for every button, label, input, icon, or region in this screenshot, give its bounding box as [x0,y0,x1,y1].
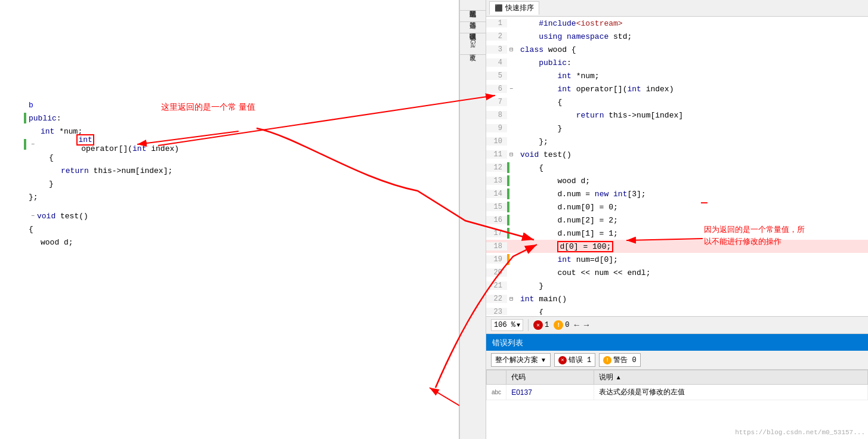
code-line-10: 10 }; [486,135,868,148]
code-line-close-brace1: } [0,177,459,190]
code-line-5: 5 int *num; [486,69,868,82]
warning-count[interactable]: ! 警告 0 [599,353,640,367]
code-line-7: 7 { [486,95,868,109]
code-line-11: 11 ⊟ void test() [486,148,868,161]
warning-badge: ! 0 [554,320,569,330]
code-line-9: 9 } [486,122,868,135]
warning-icon: ! [554,320,563,330]
right-ide-panel: ⬛ 快速排序 1 #include<iostream> 2 using name… [486,0,868,439]
code-line-23: 23 { [486,305,868,315]
error-list-panel: 错误列表 整个解决方案 ▼ ✕ 错误 1 ! 警告 0 代码 [486,334,868,439]
watermark: https://blog.csdn.net/m0_53157... [735,429,865,436]
tab-quicksort[interactable]: ⬛ 快速排序 [489,1,539,15]
code-line-class-end: }; [0,190,459,203]
error-table: 代码 说明 ▲ abc E0137 表达式必须是可修改的左值 [486,370,868,400]
error-icon: ✕ [533,320,543,330]
sidebar: 测试适配器 筛选器 调试嗅探器 Git 更改 [459,0,486,439]
sidebar-item-filter[interactable]: 筛选器 [467,14,478,19]
code-line-13: 13 wood d; [486,174,868,187]
ide-tab-bar: ⬛ 快速排序 [486,0,868,17]
right-annotation-text: 因为返回的是一个常量值，所以不能进行修改的操作 [704,224,805,247]
zoom-control[interactable]: 106 % ▼ [491,319,523,331]
code-line-void-test: − void test() [0,209,459,222]
error-count[interactable]: ✕ 错误 1 [554,353,595,367]
file-icon: ⬛ [495,4,503,12]
status-bar: 106 % ▼ ✕ 1 ! 0 ← → [486,316,868,334]
error-badge: ✕ 1 [533,320,549,330]
code-line-test-open: { [0,222,459,236]
code-line-public: public: [0,112,459,125]
nav-prev-button[interactable]: ← [574,320,579,330]
dash-mark: — [701,197,708,209]
error-count-icon: ✕ [558,356,567,364]
sidebar-item-debug-sniffer[interactable]: 调试嗅探器 [467,26,478,30]
code-line-21: 21 } [486,279,868,292]
code-line-wood-d: wood d; [0,236,459,249]
code-line-20: 20 cout << num << endl; [486,266,868,279]
code-line-operator: − int operator[](int index) [0,138,459,151]
code-line-17: 17 d.num[1] = 1; [486,227,868,240]
right-code-editor[interactable]: 1 #include<iostream> 2 using namespace s… [486,17,868,315]
code-line-3: 3 ⊟ class wood { [486,43,868,56]
code-line-1: 1 #include<iostream> [486,17,868,30]
error-toolbar: 整个解决方案 ▼ ✕ 错误 1 ! 警告 0 [486,351,868,370]
error-panel-title: 错误列表 [486,335,868,351]
left-code-panel: b public: int *num; − int operator[](int… [0,0,459,439]
code-line-empty [0,203,459,209]
code-line-16: 16 d.num[2] = 2; [486,214,868,227]
code-line-15: 15 d.num[0] = 0; [486,200,868,214]
code-line-2: 2 using namespace std; [486,30,868,43]
code-line-6: 6 − int operator[](int index) [486,82,868,95]
code-line-4: 4 public: [486,56,868,69]
sidebar-item-git[interactable]: Git 更改 [467,37,478,52]
code-line-22: 22 ⊟ int main() [486,292,868,305]
left-annotation-text: 这里返回的是一个常 量值 [161,101,255,113]
code-line-19: 19 int num=d[0]; [486,253,868,266]
solution-filter[interactable]: 整个解决方案 ▼ [491,353,551,367]
warning-count-icon: ! [603,356,611,364]
nav-next-button[interactable]: → [584,320,589,330]
code-line-8: 8 return this->num[index] [486,109,868,122]
code-line-18: 18 d[0] = 100; [486,240,868,253]
code-line-return: return this->num[index]; [0,164,459,177]
error-row[interactable]: abc E0137 表达式必须是可修改的左值 [487,385,868,400]
sidebar-item-test-adapter[interactable]: 测试适配器 [467,3,478,8]
code-line-14: 14 d.num = new int[3]; [486,187,868,200]
code-line-12: 12 { [486,161,868,174]
